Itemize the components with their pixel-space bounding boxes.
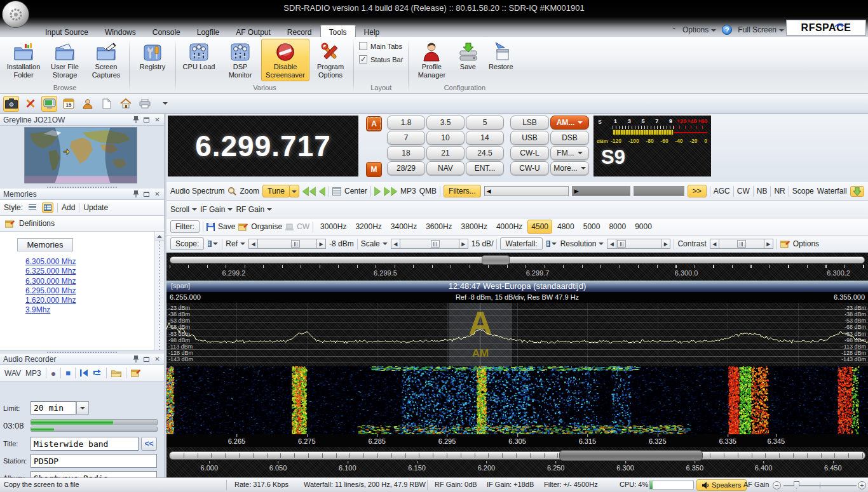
- maximize-icon[interactable]: [143, 116, 150, 123]
- calendar-icon[interactable]: 15: [60, 96, 76, 112]
- main-tabs-checkbox[interactable]: Main Tabs: [356, 39, 405, 51]
- qmb-button[interactable]: QMB: [419, 187, 437, 196]
- print-icon[interactable]: [137, 96, 153, 112]
- grid-view-icon[interactable]: [42, 203, 53, 213]
- step-left-icon[interactable]: [319, 187, 325, 196]
- record-mp3-button[interactable]: MP3: [25, 369, 41, 378]
- memory-frequency-link[interactable]: 6.300.000 Mhz: [25, 277, 76, 286]
- band-button[interactable]: 5: [466, 116, 504, 130]
- maximize-icon[interactable]: [143, 356, 150, 362]
- disable-screensaver-button[interactable]: Disable Screensaver: [261, 39, 309, 81]
- document-icon[interactable]: [98, 96, 114, 112]
- organise-button[interactable]: Organise: [251, 222, 282, 231]
- band-button[interactable]: 7: [387, 131, 425, 145]
- scale-slider[interactable]: ◀ ▶: [391, 239, 468, 249]
- filter-chip[interactable]: 8000: [605, 220, 630, 234]
- slider-grip[interactable]: [291, 240, 300, 248]
- cpu-load-button[interactable]: CPU Load: [179, 39, 219, 73]
- record-wav-button[interactable]: WAV: [4, 369, 21, 378]
- zoom-button[interactable]: Zoom: [240, 187, 259, 196]
- recorder-options-icon[interactable]: [131, 369, 140, 377]
- mode-more-button[interactable]: More...: [550, 161, 589, 175]
- profile-manager-button[interactable]: Profile Manager: [411, 39, 452, 81]
- limit-dropdown-icon[interactable]: [76, 401, 89, 415]
- slider-grip[interactable]: [431, 240, 440, 248]
- station-input[interactable]: [31, 454, 157, 468]
- tuning-scrollbar-left[interactable]: ◀: [484, 186, 569, 196]
- band-button[interactable]: 3.5: [426, 116, 465, 130]
- band-button[interactable]: 18: [387, 146, 425, 160]
- waterfall-toggle[interactable]: Waterfall: [817, 187, 847, 196]
- memories-group-header[interactable]: Memories: [17, 238, 73, 251]
- frequency-display[interactable]: 6.299.717: [168, 116, 358, 176]
- mode-cwl-button[interactable]: CW-L: [510, 146, 549, 160]
- step-right-icon[interactable]: [374, 187, 381, 196]
- open-folder-icon[interactable]: [111, 369, 121, 377]
- vfo-m-button[interactable]: M: [366, 162, 382, 177]
- slider-left-icon[interactable]: ◀: [248, 239, 258, 249]
- slider-right-icon[interactable]: ▶: [316, 239, 326, 249]
- mp3-button[interactable]: MP3: [400, 187, 416, 196]
- volume-slider-handle[interactable]: [794, 481, 799, 489]
- fast-right-icon[interactable]: [384, 187, 397, 196]
- user-file-storage-button[interactable]: User File Storage: [44, 39, 85, 81]
- skip-start-icon[interactable]: [80, 369, 88, 376]
- band-button[interactable]: 1.8: [387, 116, 425, 130]
- slider-left-icon[interactable]: ◀: [710, 239, 719, 249]
- close-icon[interactable]: ✕: [154, 116, 161, 123]
- audio-recorder-panel-header[interactable]: Audio Recorder ✕: [0, 354, 164, 365]
- waterfall-style-icon[interactable]: [546, 239, 557, 249]
- filter-chip[interactable]: 3000Hz: [316, 220, 350, 234]
- cw-filter-button[interactable]: CW: [297, 222, 309, 231]
- agc-button[interactable]: AGC: [714, 187, 730, 196]
- filters-button[interactable]: Filters...: [444, 185, 481, 197]
- filter-chip[interactable]: 4000Hz: [492, 220, 526, 234]
- slider-right-icon[interactable]: ▶: [764, 239, 773, 249]
- filter-chip[interactable]: 4800: [553, 220, 578, 234]
- memories-scrollbar[interactable]: [154, 232, 164, 350]
- restore-configuration-button[interactable]: Restore: [484, 39, 518, 73]
- band-button[interactable]: 21: [426, 146, 465, 160]
- tune-slider-track[interactable]: [170, 256, 865, 263]
- slider-grip[interactable]: [737, 240, 746, 248]
- contrast-slider[interactable]: ◀ ▶: [710, 239, 773, 249]
- waterfall-down-icon[interactable]: [850, 186, 864, 197]
- if-gain-menu[interactable]: IF Gain: [200, 205, 233, 214]
- filter-chip[interactable]: 3600Hz: [422, 220, 456, 234]
- tune-button[interactable]: Tune: [262, 185, 290, 197]
- pin-icon[interactable]: [132, 356, 139, 362]
- filter-chip[interactable]: 3800Hz: [458, 220, 491, 234]
- scale-menu[interactable]: Scale: [361, 239, 388, 248]
- update-memory-button[interactable]: Update: [83, 203, 108, 212]
- pin-icon[interactable]: [132, 116, 139, 123]
- nr-button[interactable]: NR: [774, 187, 785, 196]
- band-button[interactable]: NAV: [426, 161, 465, 175]
- mode-lsb-button[interactable]: LSB: [510, 116, 549, 130]
- speakers-button[interactable]: Speakers: [696, 479, 747, 491]
- rf-gain-menu[interactable]: RF Gain: [236, 205, 272, 214]
- resolution-menu[interactable]: Resolution: [560, 239, 604, 248]
- toolbar-overflow-icon[interactable]: [156, 96, 172, 112]
- add-memory-button[interactable]: Add: [62, 203, 75, 212]
- loop-icon[interactable]: [93, 369, 102, 377]
- filter-chip[interactable]: 3200Hz: [351, 220, 385, 234]
- save-configuration-button[interactable]: Save: [452, 39, 483, 73]
- scope-toggle[interactable]: Scope: [792, 187, 814, 196]
- memory-frequency-link[interactable]: 1.620.000 Mhz: [25, 296, 76, 305]
- tune-slider-handle[interactable]: [482, 255, 510, 265]
- volume-down-icon[interactable]: −: [773, 481, 781, 489]
- mode-am-button[interactable]: AM...: [550, 116, 589, 130]
- scope-button[interactable]: Scope:: [170, 237, 204, 250]
- dsp-monitor-button[interactable]: DSP Monitor: [220, 39, 261, 81]
- ref-menu[interactable]: Ref: [226, 239, 245, 248]
- program-options-button[interactable]: Program Options: [310, 39, 351, 81]
- installation-folder-button[interactable]: Installation Folder: [3, 39, 44, 81]
- mode-cwu-button[interactable]: CW-U: [510, 161, 549, 175]
- full-screen-menu[interactable]: Full Screen: [738, 25, 784, 34]
- stop-icon[interactable]: ■: [65, 368, 71, 378]
- vfo-a-button[interactable]: A: [366, 116, 382, 131]
- mode-usb-button[interactable]: USB: [510, 131, 549, 145]
- tuning-scrollbar-right[interactable]: [634, 186, 684, 196]
- filter-chip[interactable]: 3400Hz: [387, 220, 421, 234]
- ref-slider[interactable]: ◀ ▶: [248, 239, 326, 249]
